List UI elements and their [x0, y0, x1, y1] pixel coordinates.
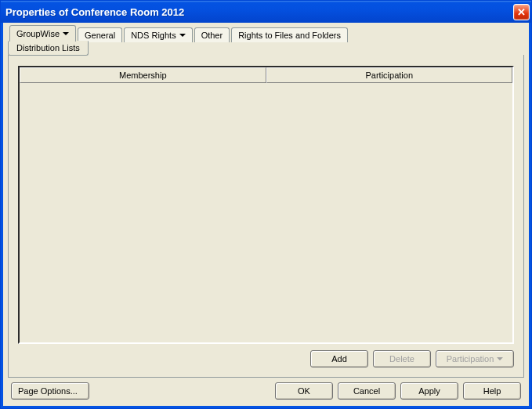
- button-label: Apply: [418, 386, 440, 396]
- client-area: GroupWise General NDS Rights Other Right…: [1, 23, 531, 408]
- delete-button: Delete: [373, 350, 431, 367]
- chevron-down-icon: [497, 357, 503, 360]
- tab-label: NDS Rights: [131, 31, 176, 40]
- tab-label: Other: [201, 31, 223, 40]
- tab-rights-files[interactable]: Rights to Files and Folders: [231, 27, 348, 42]
- tab-other[interactable]: Other: [194, 27, 230, 42]
- tab-panel: Membership Participation Add Delete Part…: [8, 55, 524, 378]
- subtab-distribution-lists[interactable]: Distribution Lists: [8, 41, 89, 56]
- button-label: Add: [331, 354, 347, 364]
- column-participation[interactable]: Participation: [266, 67, 513, 83]
- button-label: Page Options...: [18, 386, 78, 396]
- membership-grid[interactable]: Membership Participation: [18, 66, 514, 344]
- close-button[interactable]: ✕: [513, 4, 530, 20]
- help-button[interactable]: Help: [463, 382, 521, 400]
- button-label: Delete: [389, 354, 414, 364]
- button-label: Help: [483, 386, 501, 396]
- page-options-button[interactable]: Page Options...: [11, 382, 89, 400]
- column-label: Membership: [119, 71, 167, 80]
- tab-strip: GroupWise General NDS Rights Other Right…: [8, 25, 524, 42]
- subtab-label: Distribution Lists: [16, 43, 80, 52]
- window-title: Properties of Conference Room 2012: [5, 6, 513, 18]
- chevron-down-icon: [179, 34, 186, 37]
- window: Properties of Conference Room 2012 ✕ Gro…: [0, 0, 532, 409]
- grid-actions: Add Delete Participation: [18, 344, 514, 369]
- grid-body[interactable]: [20, 83, 512, 342]
- tab-nds-rights[interactable]: NDS Rights: [124, 27, 192, 42]
- grid-header: Membership Participation: [20, 67, 512, 83]
- tab-label: GroupWise: [16, 29, 60, 38]
- add-button[interactable]: Add: [310, 350, 368, 367]
- ok-button[interactable]: OK: [275, 382, 333, 400]
- cancel-button[interactable]: Cancel: [338, 382, 396, 400]
- participation-button: Participation: [436, 350, 514, 367]
- column-label: Participation: [365, 71, 413, 80]
- chevron-down-icon: [63, 32, 69, 35]
- column-membership[interactable]: Membership: [20, 67, 266, 83]
- close-icon: ✕: [517, 6, 526, 18]
- apply-button[interactable]: Apply: [400, 382, 458, 400]
- button-label: Participation: [447, 354, 494, 364]
- dialog-button-bar: Page Options... OK Cancel Apply Help: [8, 378, 524, 401]
- subtab-strip: Distribution Lists: [8, 41, 524, 56]
- tab-groupwise[interactable]: GroupWise: [9, 25, 76, 42]
- tab-label: Rights to Files and Folders: [238, 31, 341, 40]
- titlebar: Properties of Conference Room 2012 ✕: [1, 1, 531, 23]
- button-label: Cancel: [353, 386, 380, 396]
- button-label: OK: [298, 386, 310, 396]
- tab-label: General: [85, 31, 115, 40]
